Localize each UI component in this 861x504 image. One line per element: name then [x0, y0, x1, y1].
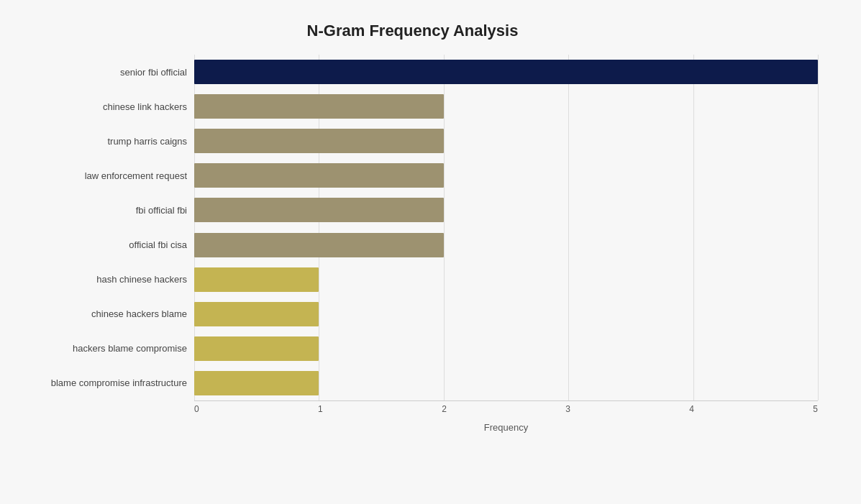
bar [194, 371, 319, 395]
y-label: official fbi cisa [7, 228, 194, 262]
bar [194, 94, 444, 119]
x-axis-label: Frequency [194, 422, 818, 433]
bar-row [194, 265, 818, 295]
plot-area: 012345 Frequency [194, 55, 818, 429]
y-label: senior fbi official [7, 55, 194, 89]
bar-row [194, 299, 818, 329]
bar [194, 163, 444, 188]
y-label: chinese link hackers [7, 89, 194, 124]
x-tick: 0 [194, 404, 199, 414]
bar [194, 267, 319, 292]
y-label: trump harris caigns [7, 124, 194, 158]
grid-line [818, 55, 819, 400]
x-tick: 4 [689, 404, 694, 414]
bar [194, 302, 319, 326]
x-tick: 5 [813, 404, 818, 414]
bar-row [194, 230, 818, 260]
bar-row [194, 334, 818, 364]
bar [194, 129, 444, 153]
bar [194, 336, 319, 361]
x-tick: 2 [442, 404, 447, 414]
bar-row [194, 195, 818, 225]
chart-title: N-Gram Frequency Analysis [7, 22, 818, 40]
chart-container: N-Gram Frequency Analysis senior fbi off… [0, 0, 861, 504]
y-label: hackers blame compromise [7, 331, 194, 366]
x-tick: 1 [318, 404, 323, 414]
bar-row [194, 126, 818, 156]
bar [194, 233, 444, 257]
y-label: law enforcement request [7, 158, 194, 193]
x-tick: 3 [565, 404, 570, 414]
y-axis: senior fbi officialchinese link hackerst… [7, 55, 194, 429]
y-label: fbi official fbi [7, 193, 194, 227]
x-axis: 012345 Frequency [194, 400, 818, 429]
bar [194, 60, 818, 84]
bar-row [194, 91, 818, 122]
bar-row [194, 160, 818, 191]
chart-area: senior fbi officialchinese link hackerst… [7, 55, 818, 429]
x-axis-line [194, 400, 818, 401]
bar [194, 198, 444, 222]
y-label: blame compromise infrastructure [7, 366, 194, 400]
bar-row [194, 57, 818, 87]
bars-container [194, 55, 818, 429]
y-label: hash chinese hackers [7, 262, 194, 297]
bar-row [194, 368, 818, 398]
y-label: chinese hackers blame [7, 297, 194, 331]
x-ticks: 012345 [194, 400, 818, 414]
